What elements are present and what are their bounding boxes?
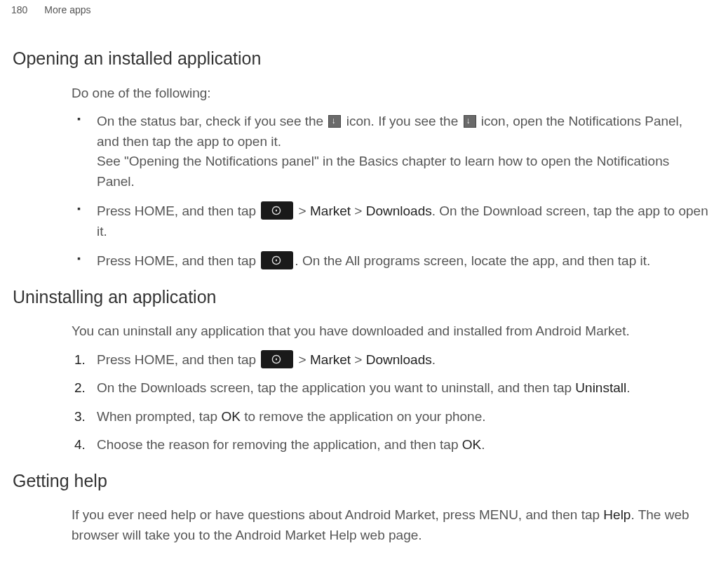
label-uninstall: Uninstall	[575, 380, 626, 395]
body-text: .	[626, 380, 630, 395]
download-icon	[464, 115, 476, 128]
label-market: Market	[310, 203, 351, 218]
body-text: If you ever need help or have questions …	[72, 507, 603, 522]
apps-button-icon	[261, 350, 293, 368]
step-item: Choose the reason for removing the appli…	[72, 435, 708, 455]
body-text: >	[351, 352, 366, 367]
body-text: icon. If you see the	[342, 114, 461, 128]
body-text: .	[432, 352, 436, 367]
body-text: When prompted, tap	[97, 409, 221, 424]
step-item: Press HOME, and then tap > Market > Down…	[72, 350, 708, 370]
bullet-list-opening: On the status bar, check if you see the …	[72, 112, 708, 272]
label-help: Help	[603, 507, 631, 522]
body-text: On the Downloads screen, tap the applica…	[97, 380, 575, 395]
body-text: Press HOME, and then tap	[97, 203, 260, 218]
bullet-item: On the status bar, check if you see the …	[72, 112, 708, 192]
body-text: >	[295, 352, 310, 367]
body-text: >	[295, 203, 310, 218]
bullet-item: Press HOME, and then tap . On the All pr…	[72, 251, 708, 272]
bullet-item: Press HOME, and then tap > Market > Down…	[72, 201, 708, 241]
step-item: When prompted, tap OK to remove the appl…	[72, 407, 708, 427]
page-header: 180 More apps	[0, 0, 721, 33]
body-text: Press HOME, and then tap	[97, 352, 260, 367]
label-ok: OK	[221, 409, 240, 424]
body-text: See "Opening the Notifications panel" in…	[97, 154, 669, 189]
body-text: >	[351, 203, 366, 218]
label-ok: OK	[462, 437, 481, 452]
intro-text: Do one of the following:	[72, 83, 708, 104]
heading-help: Getting help	[13, 468, 708, 495]
intro-text: You can uninstall any application that y…	[72, 321, 708, 342]
step-item: On the Downloads screen, tap the applica…	[72, 378, 708, 399]
label-downloads: Downloads	[366, 203, 432, 218]
label-market: Market	[310, 352, 351, 367]
heading-opening: Opening an installed application	[13, 46, 708, 72]
heading-uninstalling: Uninstalling an application	[13, 284, 708, 311]
page-number: 180	[11, 3, 27, 18]
steps-list: Press HOME, and then tap > Market > Down…	[72, 350, 708, 455]
apps-button-icon	[261, 201, 293, 220]
page-content: Opening an installed application Do one …	[0, 46, 721, 545]
body-text: . On the All programs screen, locate the…	[295, 253, 650, 268]
body-text: Choose the reason for removing the appli…	[97, 437, 462, 452]
body-text: Press HOME, and then tap	[97, 253, 260, 268]
body-text-help: If you ever need help or have questions …	[72, 505, 708, 545]
body-text: On the status bar, check if you see the	[97, 114, 327, 128]
apps-button-icon	[261, 251, 293, 269]
section-name: More apps	[44, 3, 90, 18]
label-downloads: Downloads	[366, 352, 432, 367]
body-text: .	[481, 437, 485, 452]
download-icon	[328, 115, 341, 128]
body-text: to remove the application on your phone.	[241, 409, 486, 424]
